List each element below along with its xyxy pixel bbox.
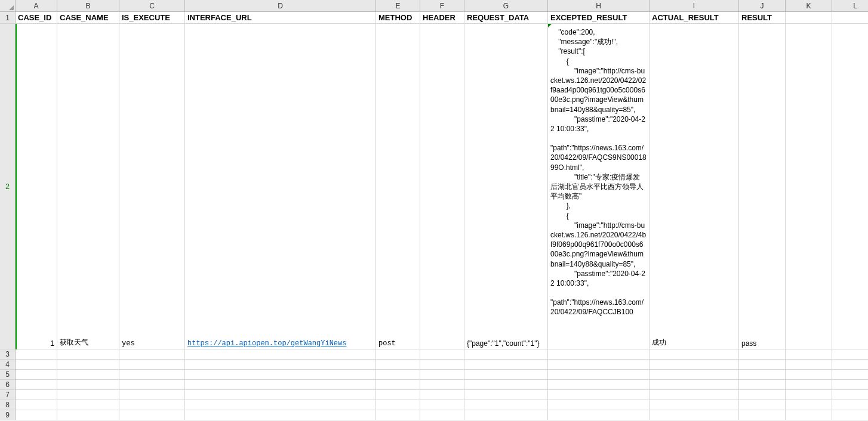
cell-J9[interactable] [739, 410, 786, 420]
row-header-2[interactable]: 2 [0, 24, 16, 349]
cell-H5[interactable] [548, 370, 650, 380]
cell-L7[interactable] [832, 390, 868, 400]
cell-A7[interactable] [16, 390, 57, 400]
cell-K3[interactable] [786, 349, 832, 360]
cell-G4[interactable] [464, 360, 548, 370]
cell-F1[interactable]: HEADER [420, 12, 464, 24]
col-header-G[interactable]: G [464, 0, 548, 12]
row-header-6[interactable]: 6 [0, 380, 16, 390]
row-header-5[interactable]: 5 [0, 370, 16, 380]
cell-D5[interactable] [185, 370, 376, 380]
row-header-7[interactable]: 7 [0, 390, 16, 400]
cell-A2[interactable]: 1 [16, 24, 57, 349]
cell-H1[interactable]: EXCEPTED_RESULT [548, 12, 650, 24]
cell-I9[interactable] [650, 410, 739, 420]
cell-I4[interactable] [650, 360, 739, 370]
row-header-8[interactable]: 8 [0, 400, 16, 410]
interface-url-link[interactable]: https://api.apiopen.top/getWangYiNews [187, 339, 346, 348]
cell-I3[interactable] [650, 349, 739, 360]
cell-K6[interactable] [786, 380, 832, 390]
cell-L5[interactable] [832, 370, 868, 380]
cell-A9[interactable] [16, 410, 57, 420]
cell-A6[interactable] [16, 380, 57, 390]
cell-I6[interactable] [650, 380, 739, 390]
cell-C1[interactable]: IS_EXECUTE [119, 12, 185, 24]
cell-F8[interactable] [420, 400, 464, 410]
cell-G9[interactable] [464, 410, 548, 420]
col-header-B[interactable]: B [57, 0, 119, 12]
cell-J4[interactable] [739, 360, 786, 370]
cell-K5[interactable] [786, 370, 832, 380]
cell-A8[interactable] [16, 400, 57, 410]
col-header-F[interactable]: F [420, 0, 464, 12]
cell-A3[interactable] [16, 349, 57, 360]
cell-F5[interactable] [420, 370, 464, 380]
cell-D2[interactable]: https://api.apiopen.top/getWangYiNews [185, 24, 376, 349]
cell-A4[interactable] [16, 360, 57, 370]
cell-L8[interactable] [832, 400, 868, 410]
cell-I1[interactable]: ACTUAL_RESULT [650, 12, 739, 24]
cell-I2[interactable]: 成功 [650, 24, 739, 349]
cell-L6[interactable] [832, 380, 868, 390]
cell-B2[interactable]: 获取天气 [57, 24, 119, 349]
cell-F3[interactable] [420, 349, 464, 360]
cell-G7[interactable] [464, 390, 548, 400]
cell-A5[interactable] [16, 370, 57, 380]
cell-I5[interactable] [650, 370, 739, 380]
row-header-4[interactable]: 4 [0, 360, 16, 370]
cell-H6[interactable] [548, 380, 650, 390]
col-header-K[interactable]: K [786, 0, 832, 12]
cell-K1[interactable] [786, 12, 832, 24]
cell-H8[interactable] [548, 400, 650, 410]
col-header-L[interactable]: L [832, 0, 868, 12]
cell-B4[interactable] [57, 360, 119, 370]
cell-D7[interactable] [185, 390, 376, 400]
row-header-9[interactable]: 9 [0, 410, 16, 420]
cell-G8[interactable] [464, 400, 548, 410]
cell-H4[interactable] [548, 360, 650, 370]
cell-H7[interactable] [548, 390, 650, 400]
cell-E6[interactable] [376, 380, 420, 390]
cell-E5[interactable] [376, 370, 420, 380]
col-header-I[interactable]: I [650, 0, 739, 12]
cell-G5[interactable] [464, 370, 548, 380]
cell-C4[interactable] [119, 360, 185, 370]
cell-H2[interactable]: "code":200, "message":"成功!", "result":[ … [548, 24, 650, 349]
cell-C6[interactable] [119, 380, 185, 390]
cell-J5[interactable] [739, 370, 786, 380]
col-header-C[interactable]: C [119, 0, 185, 12]
cell-L1[interactable] [832, 12, 868, 24]
row-header-3[interactable]: 3 [0, 349, 16, 360]
cell-E1[interactable]: METHOD [376, 12, 420, 24]
cell-I8[interactable] [650, 400, 739, 410]
cell-G6[interactable] [464, 380, 548, 390]
cell-D9[interactable] [185, 410, 376, 420]
cell-C9[interactable] [119, 410, 185, 420]
cell-F2[interactable] [420, 24, 464, 349]
cell-B3[interactable] [57, 349, 119, 360]
cell-J1[interactable]: RESULT [739, 12, 786, 24]
cell-B7[interactable] [57, 390, 119, 400]
cell-C3[interactable] [119, 349, 185, 360]
cell-L9[interactable] [832, 410, 868, 420]
select-all-corner[interactable] [0, 0, 16, 12]
cell-F9[interactable] [420, 410, 464, 420]
cell-L3[interactable] [832, 349, 868, 360]
col-header-E[interactable]: E [376, 0, 420, 12]
cell-C8[interactable] [119, 400, 185, 410]
cell-G3[interactable] [464, 349, 548, 360]
cell-B5[interactable] [57, 370, 119, 380]
col-header-D[interactable]: D [185, 0, 376, 12]
cell-L4[interactable] [832, 360, 868, 370]
cell-B9[interactable] [57, 410, 119, 420]
cell-J3[interactable] [739, 349, 786, 360]
cell-E9[interactable] [376, 410, 420, 420]
cell-E7[interactable] [376, 390, 420, 400]
cell-G1[interactable]: REQUEST_DATA [464, 12, 548, 24]
cell-J7[interactable] [739, 390, 786, 400]
cell-J8[interactable] [739, 400, 786, 410]
row-header-1[interactable]: 1 [0, 12, 16, 24]
cell-G2[interactable]: {"page":"1","count":"1"} [464, 24, 548, 349]
cell-E8[interactable] [376, 400, 420, 410]
cell-D8[interactable] [185, 400, 376, 410]
